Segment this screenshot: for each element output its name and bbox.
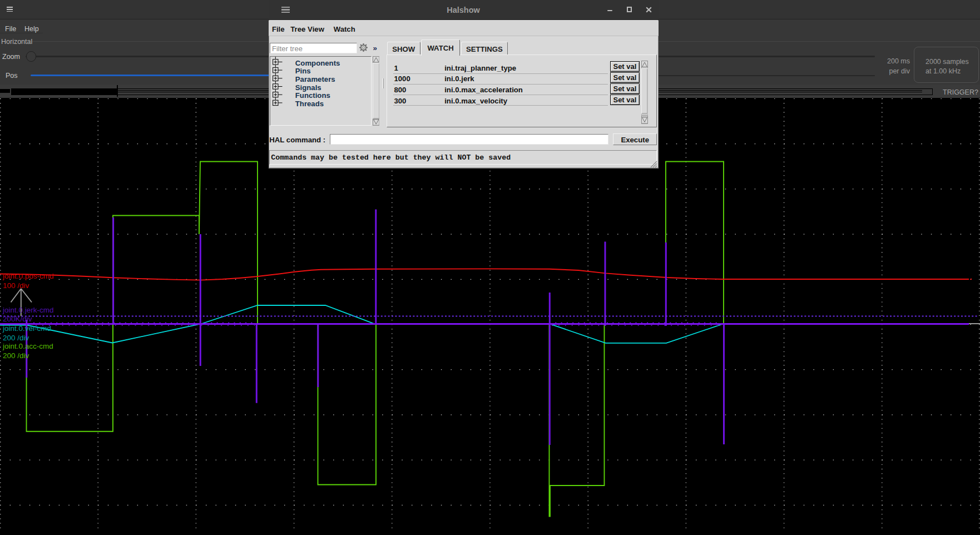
svg-text:200K/div: 200K/div <box>3 315 32 323</box>
svg-text:200 /div: 200 /div <box>3 334 29 342</box>
svg-text:joint.0.pos-cmd: joint.0.pos-cmd <box>2 272 54 280</box>
svg-text:joint.0.jerk-cmd: joint.0.jerk-cmd <box>2 306 54 314</box>
svg-text:joint.0.acc-cmd: joint.0.acc-cmd <box>2 342 53 350</box>
svg-text:200 /div: 200 /div <box>3 351 29 360</box>
svg-text:100 /div: 100 /div <box>3 281 29 290</box>
svg-text:joint.0.vel-cmd: joint.0.vel-cmd <box>2 324 51 333</box>
